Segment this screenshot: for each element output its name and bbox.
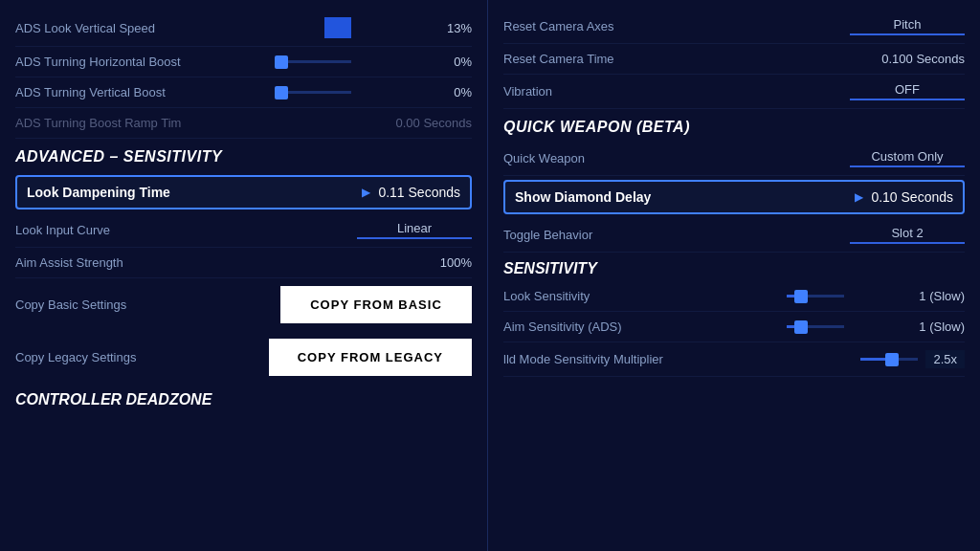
ads-turning-vertical-row: ADS Turning Vertical Boost 0% xyxy=(15,77,472,108)
controller-deadzone-title: CONTROLLER DEADZONE xyxy=(15,384,472,412)
lld-mode-sensitivity-label: lld Mode Sensitivity Multiplier xyxy=(503,352,860,366)
ads-turning-boost-ramp-value: 0.00 Seconds xyxy=(357,116,472,130)
look-sensitivity-row: Look Sensitivity 1 (Slow) xyxy=(503,281,965,312)
vibration-control[interactable]: OFF xyxy=(850,82,965,100)
quick-weapon-row: Quick Weapon Custom Only xyxy=(503,142,965,176)
ads-look-vertical-speed-control[interactable]: 13% xyxy=(324,17,472,38)
copy-legacy-row: Copy Legacy Settings COPY FROM LEGACY xyxy=(15,331,472,384)
vibration-value: OFF xyxy=(850,82,965,100)
ads-look-vertical-speed-value: 13% xyxy=(357,21,472,35)
toggle-behavior-row: Toggle Behavior Slot 2 xyxy=(503,218,965,253)
aim-assist-row: Aim Assist Strength 100% xyxy=(15,248,472,278)
look-dampening-value: 0.11 Seconds xyxy=(378,185,460,200)
ads-turning-boost-ramp-label: ADS Turning Boost Ramp Tim xyxy=(15,116,357,130)
look-sensitivity-value: 1 (Slow) xyxy=(850,289,965,303)
ads-turning-horizontal-value: 0% xyxy=(357,55,472,69)
reset-camera-axes-control[interactable]: Pitch xyxy=(850,17,965,35)
toggle-behavior-control[interactable]: Slot 2 xyxy=(850,226,965,244)
aim-sensitivity-slider xyxy=(787,325,844,328)
lld-mode-sensitivity-value: 2.5x xyxy=(925,350,965,368)
reset-camera-time-label: Reset Camera Time xyxy=(503,52,850,66)
quick-weapon-value: Custom Only xyxy=(850,149,965,167)
right-arrow-icon: ▶ xyxy=(855,190,863,204)
ads-turning-horizontal-row: ADS Turning Horizontal Boost 0% xyxy=(15,47,472,77)
toggle-behavior-value: Slot 2 xyxy=(850,226,965,244)
look-sensitivity-control[interactable]: 1 (Slow) xyxy=(787,289,965,303)
ads-turning-vertical-label: ADS Turning Vertical Boost xyxy=(15,85,275,99)
aim-sensitivity-ads-value: 1 (Slow) xyxy=(850,320,965,334)
quick-weapon-control[interactable]: Custom Only xyxy=(850,149,965,167)
reset-camera-axes-label: Reset Camera Axes xyxy=(503,19,850,33)
copy-basic-settings-label: Copy Basic Settings xyxy=(15,298,280,312)
show-diamond-delay-value: 0.10 Seconds xyxy=(871,189,953,205)
ads-turning-horizontal-control[interactable]: 0% xyxy=(275,55,472,69)
look-sensitivity-slider xyxy=(787,295,844,298)
left-arrow-icon: ▶ xyxy=(362,186,370,199)
look-input-curve-label: Look Input Curve xyxy=(15,223,357,237)
reset-camera-time-row: Reset Camera Time 0.100 Seconds xyxy=(503,44,965,75)
lld-mode-slider xyxy=(860,358,918,361)
left-panel: ADS Look Vertical Speed 13% ADS Turning … xyxy=(0,0,488,551)
aim-sensitivity-ads-control[interactable]: 1 (Slow) xyxy=(787,320,965,334)
vibration-label: Vibration xyxy=(503,84,850,99)
lld-mode-sensitivity-row: lld Mode Sensitivity Multiplier 2.5x xyxy=(503,342,965,377)
show-diamond-delay-row[interactable]: Show Diamond Delay ▶ 0.10 Seconds xyxy=(503,180,965,214)
sensitivity-title: SENSITIVITY xyxy=(503,253,965,281)
ads-look-vertical-speed-row: ADS Look Vertical Speed 13% xyxy=(15,10,472,47)
ads-turning-vertical-value: 0% xyxy=(357,85,472,99)
show-diamond-delay-control[interactable]: ▶ 0.10 Seconds xyxy=(855,189,953,205)
vibration-row: Vibration OFF xyxy=(503,75,965,109)
ads-look-vertical-speed-label: ADS Look Vertical Speed xyxy=(15,21,324,35)
look-input-curve-row: Look Input Curve Linear xyxy=(15,213,472,248)
slider-bar xyxy=(275,91,351,94)
look-input-curve-control[interactable]: Linear xyxy=(357,221,472,239)
aim-assist-label: Aim Assist Strength xyxy=(15,255,357,270)
look-dampening-control[interactable]: ▶ 0.11 Seconds xyxy=(362,185,460,200)
aim-assist-value: 100% xyxy=(357,255,472,270)
advanced-sensitivity-title: ADVANCED – SENSITIVITY xyxy=(15,139,472,171)
reset-camera-axes-row: Reset Camera Axes Pitch xyxy=(503,10,965,44)
look-dampening-row[interactable]: Look Dampening Time ▶ 0.11 Seconds xyxy=(15,175,472,209)
reset-camera-time-value: 0.100 Seconds xyxy=(850,52,965,66)
right-panel: Reset Camera Axes Pitch Reset Camera Tim… xyxy=(488,0,980,551)
ads-turning-horizontal-label: ADS Turning Horizontal Boost xyxy=(15,55,275,69)
reset-camera-axes-value: Pitch xyxy=(850,17,965,35)
ads-turning-vertical-control[interactable]: 0% xyxy=(275,85,472,99)
copy-from-basic-button[interactable]: COPY FROM BASIC xyxy=(280,286,472,323)
copy-legacy-settings-label: Copy Legacy Settings xyxy=(15,350,269,364)
slider-bar xyxy=(275,60,351,63)
toggle-behavior-label: Toggle Behavior xyxy=(503,228,850,242)
ads-turning-boost-ramp-row: ADS Turning Boost Ramp Tim 0.00 Seconds xyxy=(15,108,472,139)
look-sensitivity-label: Look Sensitivity xyxy=(503,289,787,303)
look-dampening-label: Look Dampening Time xyxy=(27,185,362,200)
show-diamond-delay-label: Show Diamond Delay xyxy=(515,189,855,205)
aim-sensitivity-ads-row: Aim Sensitivity (ADS) 1 (Slow) xyxy=(503,312,965,342)
quick-weapon-label: Quick Weapon xyxy=(503,151,850,165)
copy-from-legacy-button[interactable]: COPY FROM LEGACY xyxy=(269,339,472,376)
copy-basic-row: Copy Basic Settings COPY FROM BASIC xyxy=(15,278,472,331)
look-input-curve-value: Linear xyxy=(357,221,472,239)
aim-sensitivity-ads-label: Aim Sensitivity (ADS) xyxy=(503,320,787,334)
quick-weapon-title: QUICK WEAPON (BETA) xyxy=(503,109,965,142)
slider-thumb-square xyxy=(324,17,351,38)
lld-mode-sensitivity-control[interactable]: 2.5x xyxy=(860,350,965,368)
